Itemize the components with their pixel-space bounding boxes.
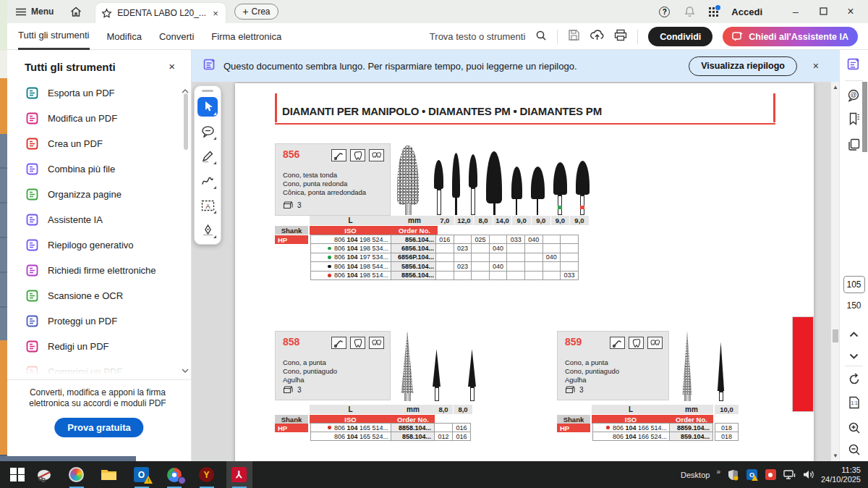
hamburger-icon — [16, 8, 26, 16]
maximize-button[interactable] — [816, 6, 830, 17]
zoom-in-icon[interactable] — [846, 420, 862, 436]
search-field[interactable]: Trova testo o strumenti — [430, 31, 525, 42]
scrollbar-down-icon[interactable]: ▼ — [831, 453, 840, 459]
sidebar-item-riepilogo-generativo[interactable]: Riepilogo generativo — [7, 232, 182, 258]
sidebar-item-proteggi-un-pdf[interactable]: Proteggi un PDF — [7, 308, 182, 334]
taskbar-file-explorer[interactable] — [96, 461, 122, 488]
document-area: DIAMANTI PER MANIPOLO • DIAMANTES PM • D… — [192, 82, 839, 461]
save-icon[interactable] — [568, 29, 580, 44]
ai-assistant-button[interactable]: Chiedi all'Assistente IA — [723, 27, 858, 46]
volume-icon[interactable] — [802, 468, 814, 481]
color-dot — [606, 426, 610, 429]
menubar-converti[interactable]: Converti — [159, 23, 194, 50]
sidebar-item-richiedi-firme-elettroniche[interactable]: Richiedi firme elettroniche — [7, 258, 182, 283]
menu-button[interactable]: Menu — [16, 7, 54, 17]
condividi-button[interactable]: Condividi — [648, 27, 712, 46]
product-desc-line: Cono, puntiagudo — [565, 367, 619, 376]
snipping-tool-icon — [36, 468, 52, 482]
previous-page-icon[interactable] — [846, 327, 862, 342]
accedi-button[interactable]: Accedi — [731, 7, 762, 17]
zoom-out-icon[interactable] — [846, 442, 862, 458]
taskbar-acrobat[interactable]: ⅄ — [226, 461, 252, 488]
column-header-L: L — [592, 405, 670, 414]
sidebar-item-esporta-un-pdf[interactable]: Esporta un PDF — [7, 80, 182, 106]
security-shield-icon[interactable] — [727, 468, 739, 481]
tools-panel-title: Tutti gli strumenti — [25, 61, 116, 73]
comment-tool-button[interactable] — [197, 122, 218, 141]
next-page-icon[interactable] — [846, 348, 862, 364]
document-scrollbar[interactable]: ▲ ▼ — [830, 82, 839, 461]
taskbar-snipping-tool[interactable] — [31, 461, 57, 488]
search-icon[interactable] — [535, 30, 547, 44]
bur-stem — [719, 391, 723, 401]
windows-start-button[interactable] — [10, 468, 25, 482]
notifications-bell-icon[interactable] — [683, 5, 696, 18]
current-page-input[interactable]: 105 — [843, 276, 865, 293]
sidebar-item-combina-pi-file[interactable]: Combina più file — [7, 156, 182, 182]
outlook-tray-icon[interactable]: O — [746, 468, 758, 481]
bookmarks-icon[interactable] — [846, 111, 862, 127]
tools-panel-close-icon[interactable]: × — [169, 60, 175, 72]
prova-gratuita-button[interactable]: Prova gratuita — [54, 418, 143, 437]
rotate-page-icon[interactable] — [846, 371, 862, 387]
scrollbar-thumb[interactable] — [833, 329, 838, 342]
menubar-tutti-gli-strumenti[interactable]: Tutti gli strumenti — [18, 23, 90, 50]
minimize-button[interactable]: – — [788, 6, 803, 17]
help-icon[interactable]: ? — [659, 7, 670, 17]
taskbar-chrome[interactable] — [161, 461, 187, 488]
text-box-tool-button[interactable]: A — [197, 195, 218, 215]
scrollbar-up-icon[interactable]: ▲ — [831, 84, 840, 91]
background-window-strip — [0, 134, 7, 340]
palette-drag-handle[interactable] — [202, 90, 213, 92]
signature-tool-button[interactable] — [197, 220, 218, 240]
sidebar-item-crea-un-pdf[interactable]: Crea un PDF — [7, 131, 182, 156]
close-window-button[interactable]: × — [843, 5, 858, 18]
network-icon[interactable] — [783, 468, 796, 481]
panel-scrollbar-thumb[interactable] — [862, 82, 867, 152]
tray-expand-icon[interactable]: » — [716, 468, 720, 476]
generative-summary-icon[interactable] — [846, 56, 862, 72]
sidebar-item-assistente-ia[interactable]: Assistente IA — [7, 207, 182, 232]
print-icon[interactable] — [614, 29, 627, 44]
crea-button[interactable]: + Crea — [234, 4, 278, 20]
menubar-firma-elettronica[interactable]: Firma elettronica — [211, 23, 281, 50]
fountain-pen-icon — [202, 224, 214, 236]
bur-head — [717, 342, 725, 391]
sidebar-item-scansione-e-ocr[interactable]: Scansione e OCR — [7, 283, 182, 308]
richiedi-firme-elettroniche-icon — [26, 264, 38, 277]
menubar-modifica[interactable]: Modifica — [107, 23, 142, 50]
apps-grid-badge — [715, 5, 720, 10]
draw-tool-button[interactable] — [197, 171, 218, 190]
sidebar-item-label: Combina più file — [48, 164, 115, 174]
notification-close-icon[interactable]: × — [813, 60, 819, 72]
taskbar-outlook[interactable]: O ! — [129, 461, 155, 488]
scroll-down-icon[interactable] — [182, 363, 189, 376]
tab-close-icon[interactable]: × — [213, 8, 218, 19]
visualizza-riepilogo-button[interactable]: Visualizza riepilogo — [689, 56, 797, 76]
fit-page-icon[interactable]: 1:1 — [846, 395, 862, 411]
sidebar-item-organizza-pagine[interactable]: Organizza pagine — [7, 182, 182, 207]
clock[interactable]: 11:35 24/10/2025 — [821, 466, 861, 484]
apps-grid-icon[interactable] — [709, 7, 718, 17]
promo-text: Converti, modifica e apponi la firma ele… — [17, 387, 178, 409]
select-tool-button[interactable] — [197, 97, 218, 117]
desktop-label[interactable]: Desktop — [681, 471, 710, 479]
tools-panel: Tutti gli strumenti × Esporta un PDFModi… — [7, 50, 192, 461]
highlight-tool-button[interactable] — [197, 146, 218, 166]
tools-list: Esporta un PDFModifica un PDFCrea un PDF… — [7, 80, 182, 379]
product-code: 859 — [565, 336, 582, 348]
home-button[interactable] — [69, 5, 82, 18]
comments-icon[interactable]: @ — [846, 88, 862, 104]
upload-cloud-icon[interactable] — [590, 29, 604, 44]
product-desc-line: Cono, a punta — [565, 358, 619, 367]
squiggle-icon — [201, 176, 214, 186]
sidebar-item-redigi-un-pdf[interactable]: Redigi un PDF — [7, 334, 182, 359]
document-tab[interactable]: EDENTA LABO L20_... × — [95, 3, 226, 23]
taskbar: O ! Y ⅄ Desktop » O — [0, 461, 868, 488]
sidebar-item-modifica-un-pdf[interactable]: Modifica un PDF — [7, 106, 182, 131]
tools-scrollbar-thumb[interactable] — [184, 93, 188, 150]
taskbar-paint[interactable] — [64, 461, 90, 488]
page-thumbnails-icon[interactable] — [846, 137, 862, 153]
recording-tray-icon[interactable] — [765, 468, 777, 481]
taskbar-app-y[interactable]: Y — [194, 461, 220, 488]
